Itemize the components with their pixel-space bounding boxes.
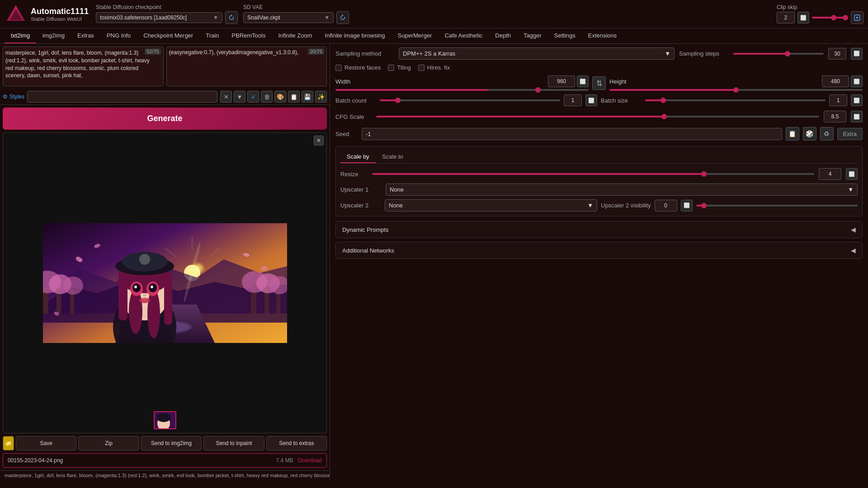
sampling-steps-stepper[interactable]: ⬜: [851, 48, 863, 60]
styles-save-btn[interactable]: 💾: [302, 91, 313, 103]
cfg-slider[interactable]: [376, 112, 819, 121]
batch-size-slider[interactable]: [645, 96, 826, 105]
tiling-cb[interactable]: [388, 65, 394, 71]
nav-infinite-browsing[interactable]: Infinite image browsing: [319, 28, 392, 43]
image-close-btn[interactable]: ✕: [314, 136, 324, 145]
folder-button[interactable]: 📁: [3, 436, 14, 450]
scale-to-tab[interactable]: Scale to: [376, 151, 410, 163]
send-to-img2img-button[interactable]: Send to img2img: [141, 436, 202, 450]
batch-size-row: Batch size ⬜: [601, 94, 863, 106]
sampling-steps-slider[interactable]: [733, 49, 824, 58]
vae-refresh-btn[interactable]: [336, 11, 349, 24]
styles-trash-btn[interactable]: 🗑: [261, 91, 273, 103]
nav-cafe-aesthetic[interactable]: Cafe Aesthetic: [438, 28, 489, 43]
batch-size-stepper[interactable]: ⬜: [851, 94, 863, 106]
nav-infinite-zoom[interactable]: Infinite Zoom: [272, 28, 318, 43]
nav-img2img[interactable]: img2img: [36, 28, 71, 43]
dynamic-prompts-header[interactable]: Dynamic Prompts ◀: [336, 221, 862, 238]
styles-magic-btn[interactable]: ✨: [315, 91, 327, 103]
nav-pbremtools[interactable]: PBRemTools: [225, 28, 272, 43]
upscaler2-visibility-stepper[interactable]: ⬜: [681, 200, 693, 211]
nav-settings[interactable]: Settings: [548, 28, 582, 43]
nav-depth[interactable]: Depth: [489, 28, 517, 43]
batch-count-input[interactable]: [564, 94, 582, 106]
nav-checkpoint-merger[interactable]: Checkpoint Merger: [137, 28, 199, 43]
svg-rect-37: [118, 275, 127, 320]
svg-point-48: [134, 286, 137, 288]
styles-icon: ⚙: [3, 94, 8, 100]
positive-prompt-input[interactable]: [3, 47, 164, 86]
swap-dimensions-btn[interactable]: ⇅: [592, 76, 606, 90]
nav-train[interactable]: Train: [199, 28, 225, 43]
scale-by-tab[interactable]: Scale by: [340, 151, 376, 163]
clip-skip-slider[interactable]: [812, 17, 848, 19]
upscaler1-dropdown[interactable]: None ▼: [386, 183, 858, 196]
height-stepper[interactable]: ⬜: [851, 75, 863, 87]
restore-faces-cb[interactable]: [335, 65, 342, 71]
nav-png-info[interactable]: PNG Info: [100, 28, 137, 43]
app-title: Automatic1111: [31, 7, 89, 16]
width-stepper[interactable]: ⬜: [577, 75, 589, 87]
seed-paste-btn[interactable]: 📋: [786, 127, 799, 141]
sampling-method-label: Sampling method: [335, 50, 394, 57]
seed-row: Seed 📋 🎲 ♻ Extra: [335, 127, 863, 141]
hires-fix-checkbox[interactable]: Hires. fix: [418, 64, 450, 71]
batch-size-input[interactable]: [829, 94, 847, 106]
styles-palette-btn[interactable]: 🎨: [274, 91, 286, 103]
upscaler2-visibility-input[interactable]: [655, 200, 677, 211]
hires-fix-cb[interactable]: [418, 65, 425, 71]
negative-prompt-input[interactable]: [166, 47, 327, 86]
height-input[interactable]: [822, 75, 849, 87]
seed-dice-btn[interactable]: 🎲: [803, 127, 816, 141]
resize-slider[interactable]: [372, 169, 814, 178]
cfg-stepper[interactable]: ⬜: [851, 111, 863, 122]
batch-count-stepper[interactable]: ⬜: [585, 94, 597, 106]
sampling-method-dropdown[interactable]: DPM++ 2S a Karras ▼: [399, 47, 675, 60]
nav-tagger[interactable]: Tagger: [517, 28, 548, 43]
height-slider[interactable]: [609, 89, 863, 91]
sampling-steps-input[interactable]: [828, 48, 846, 60]
restore-faces-checkbox[interactable]: Restore faces: [335, 64, 381, 71]
upscaler2-dropdown[interactable]: None ▼: [385, 199, 597, 211]
styles-x-btn[interactable]: ✕: [220, 91, 232, 103]
send-to-inpaint-button[interactable]: Send to inpaint: [203, 436, 264, 450]
generate-button[interactable]: Generate: [3, 108, 327, 130]
clip-settings-btn[interactable]: [851, 11, 863, 24]
resize-stepper[interactable]: ⬜: [846, 168, 858, 180]
zip-button[interactable]: Zip: [78, 436, 139, 450]
negative-prompt-count: 20/75: [308, 48, 324, 55]
additional-networks-header[interactable]: Additional Networks ◀: [336, 242, 862, 258]
upscaler2-visibility-slider[interactable]: [696, 201, 858, 210]
nav-supermerger[interactable]: SuperMerger: [392, 28, 439, 43]
seed-input[interactable]: [362, 128, 782, 140]
vae-dropdown[interactable]: SnailVae.ckpt ▼: [243, 12, 334, 23]
save-button[interactable]: Save: [16, 436, 76, 450]
clip-skip-input[interactable]: [777, 12, 795, 23]
styles-down-btn[interactable]: ▼: [234, 91, 245, 103]
styles-check-btn[interactable]: ✓: [247, 91, 259, 103]
clip-skip-stepper[interactable]: ⬜: [797, 12, 809, 23]
batch-section: Batch count ⬜ Batch size ⬜: [335, 94, 863, 106]
nav-txt2img[interactable]: txt2img: [5, 28, 36, 43]
batch-count-slider[interactable]: [380, 96, 560, 105]
cfg-input[interactable]: [824, 111, 846, 122]
width-slider[interactable]: [335, 89, 589, 91]
nav-extensions[interactable]: Extensions: [582, 28, 623, 43]
tiling-checkbox[interactable]: Tiling: [388, 64, 411, 71]
send-to-extras-button[interactable]: Send to extras: [266, 436, 327, 450]
styles-input[interactable]: [27, 91, 217, 103]
download-link[interactable]: Download: [298, 457, 322, 464]
scale-tabs: Scale by Scale to: [340, 151, 858, 164]
image-thumbnail[interactable]: [154, 411, 176, 429]
positive-prompt-count: 52/75: [145, 48, 161, 55]
restore-faces-label: Restore faces: [344, 64, 381, 71]
styles-copy-btn[interactable]: 📋: [288, 91, 300, 103]
resize-input[interactable]: [819, 168, 841, 180]
seed-recycle-btn[interactable]: ♻: [820, 127, 834, 141]
checkpoint-refresh-btn[interactable]: [225, 11, 238, 24]
width-input[interactable]: [548, 75, 575, 87]
status-bar: masterpiece, 1girl, dof, lens flare, blo…: [0, 470, 330, 480]
checkpoint-dropdown[interactable]: toximix03.safetensors [1aad08250c] ▼: [96, 12, 222, 23]
nav-extras[interactable]: Extras: [71, 28, 100, 43]
seed-extra-btn[interactable]: Extra: [837, 128, 863, 140]
